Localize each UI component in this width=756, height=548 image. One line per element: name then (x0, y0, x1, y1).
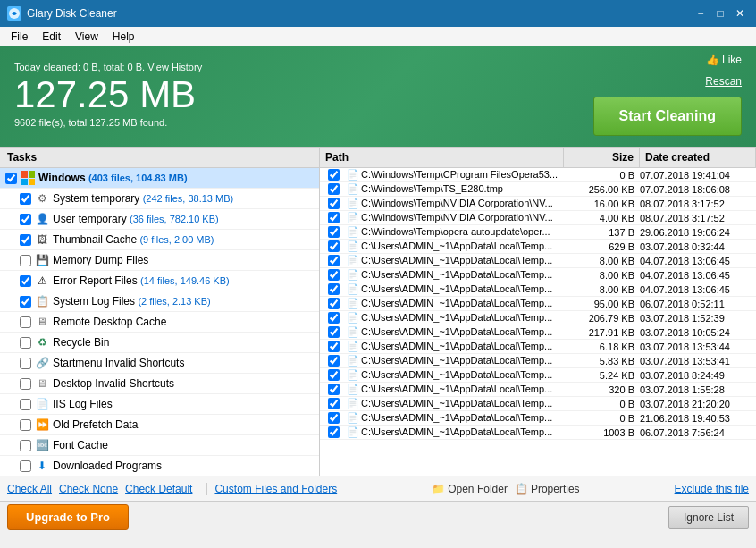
task-recycle-checkbox[interactable] (20, 337, 31, 349)
list-item[interactable]: ⏩ Old Prefetch Data (0, 415, 319, 435)
view-history-link[interactable]: View History (147, 62, 202, 72)
task-windows-checkbox[interactable] (5, 173, 17, 184)
task-thumbnail-checkbox[interactable] (20, 234, 31, 246)
close-button[interactable]: ✕ (731, 5, 749, 21)
list-item[interactable]: 🖥 Desktop Invalid Shortcuts (0, 374, 319, 394)
like-button[interactable]: 👍 Like (706, 54, 742, 66)
file-checkbox[interactable] (328, 398, 340, 409)
table-row[interactable]: 📄C:\Users\ADMIN_~1\AppData\Local\Temp...… (320, 368, 756, 383)
table-row[interactable]: 📄C:\Users\ADMIN_~1\AppData\Local\Temp...… (320, 254, 756, 268)
maximize-button[interactable]: □ (711, 5, 729, 21)
file-checkbox[interactable] (328, 169, 340, 181)
table-row[interactable]: 📄C:\Windows\Temp\NVIDIA Corporation\NV..… (320, 197, 756, 211)
file-checkbox[interactable] (328, 341, 340, 352)
task-syslog-checkbox[interactable] (20, 296, 31, 308)
table-row[interactable]: 📄C:\Windows\Temp\CProgram FilesOpera53..… (320, 168, 756, 182)
task-memdump-checkbox[interactable] (20, 255, 31, 266)
table-row[interactable]: 📄C:\Users\ADMIN_~1\AppData\Local\Temp...… (320, 411, 756, 426)
task-errorreport-checkbox[interactable] (20, 275, 31, 287)
list-item[interactable]: 💾 Memory Dump Files (0, 250, 319, 271)
exclude-file-link[interactable]: Exclude this file (675, 483, 749, 495)
table-row[interactable]: 📄C:\Windows\Temp\TS_E280.tmp 256.00 KB 0… (320, 182, 756, 197)
list-item[interactable]: 🔤 Font Cache (0, 435, 319, 456)
list-item[interactable]: 📋 System Log Files (2 files, 2.13 KB) (0, 291, 319, 312)
table-row[interactable]: 📄C:\Users\ADMIN_~1\AppData\Local\Temp...… (320, 354, 756, 368)
file-checkbox[interactable] (328, 369, 340, 381)
file-checkbox[interactable] (328, 212, 340, 223)
table-row[interactable]: 📄C:\Users\ADMIN_~1\AppData\Local\Temp...… (320, 397, 756, 411)
tasks-list: Windows (403 files, 104.83 MB) ⚙ System … (0, 168, 319, 476)
main-content: Tasks Windows (403 files, 104.83 MB) ⚙ S… (0, 147, 756, 476)
file-checkbox[interactable] (328, 255, 340, 266)
table-row[interactable]: 📄C:\Users\ADMIN_~1\AppData\Local\Temp...… (320, 426, 756, 440)
task-prefetch-checkbox[interactable] (20, 419, 31, 431)
check-all-link[interactable]: Check All (7, 483, 52, 495)
file-checkbox[interactable] (328, 412, 340, 424)
table-row[interactable]: 📄C:\Users\ADMIN_~1\AppData\Local\Temp...… (320, 240, 756, 254)
task-font-checkbox[interactable] (20, 440, 31, 451)
file-icon: 📄 (347, 369, 359, 380)
menu-edit[interactable]: Edit (35, 29, 68, 45)
prefetch-icon: ⏩ (36, 418, 49, 431)
file-checkbox[interactable] (328, 384, 340, 395)
list-item[interactable]: 🔗 Startmenu Invalid Shortcuts (0, 353, 319, 374)
list-item[interactable]: ⬇ Downloaded Programs (0, 456, 319, 476)
table-row[interactable]: 📄C:\Users\ADMIN_~1\AppData\Local\Temp...… (320, 325, 756, 340)
file-path: 📄C:\Windows\Temp\CProgram FilesOpera53..… (347, 169, 564, 181)
file-checkbox[interactable] (328, 326, 340, 338)
file-checkbox[interactable] (328, 426, 340, 438)
file-checkbox[interactable] (328, 240, 340, 252)
task-system-temp-checkbox[interactable] (20, 193, 31, 205)
file-size: 1003 B (564, 427, 640, 438)
file-icon: 📄 (347, 355, 359, 366)
custom-files-button[interactable]: Custom Files and Folders (206, 483, 337, 495)
menu-view[interactable]: View (68, 29, 105, 45)
task-desktop-checkbox[interactable] (20, 378, 31, 390)
table-row[interactable]: 📄C:\Windows\Temp\NVIDIA Corporation\NV..… (320, 211, 756, 225)
file-path: 📄C:\Windows\Temp\NVIDIA Corporation\NV..… (347, 198, 564, 209)
list-item[interactable]: ⚙ System temporary (242 files, 38.13 MB) (0, 189, 319, 209)
check-default-link[interactable]: Check Default (125, 483, 192, 495)
list-item[interactable]: ⚠ Error Report Files (14 files, 149.46 K… (0, 271, 319, 291)
open-folder-button[interactable]: 📁 Open Folder (432, 483, 508, 495)
file-checkbox[interactable] (328, 312, 340, 324)
file-checkbox[interactable] (328, 298, 340, 309)
task-downloaded-checkbox[interactable] (20, 460, 31, 472)
file-checkbox[interactable] (328, 283, 340, 295)
minimize-button[interactable]: − (692, 5, 710, 21)
task-startmenu-checkbox[interactable] (20, 358, 31, 369)
file-path: 📄C:\Windows\Temp\opera autoupdate\oper..… (347, 226, 564, 238)
task-iis-checkbox[interactable] (20, 399, 31, 410)
table-row[interactable]: 📄C:\Users\ADMIN_~1\AppData\Local\Temp...… (320, 297, 756, 311)
file-path: 📄C:\Users\ADMIN_~1\AppData\Local\Temp... (347, 283, 564, 295)
file-checkbox[interactable] (328, 226, 340, 238)
file-checkbox[interactable] (328, 269, 340, 281)
table-row[interactable]: 📄C:\Users\ADMIN_~1\AppData\Local\Temp...… (320, 282, 756, 297)
table-row[interactable]: 📄C:\Users\ADMIN_~1\AppData\Local\Temp...… (320, 340, 756, 354)
file-checkbox[interactable] (328, 198, 340, 209)
task-remote-checkbox[interactable] (20, 316, 31, 328)
properties-button[interactable]: 📋 Properties (515, 483, 580, 495)
table-row[interactable]: 📄C:\Windows\Temp\opera autoupdate\oper..… (320, 225, 756, 240)
menu-help[interactable]: Help (105, 29, 142, 45)
check-none-link[interactable]: Check None (59, 483, 118, 495)
file-checkbox[interactable] (328, 355, 340, 367)
file-checkbox[interactable] (328, 183, 340, 195)
task-user-temp-checkbox[interactable] (20, 214, 31, 225)
table-row[interactable]: 📄C:\Users\ADMIN_~1\AppData\Local\Temp...… (320, 311, 756, 325)
list-item[interactable]: 📄 IIS Log Files (0, 394, 319, 415)
file-path: 📄C:\Users\ADMIN_~1\AppData\Local\Temp... (347, 426, 564, 438)
file-size: 206.79 KB (564, 313, 640, 324)
table-row[interactable]: 📄C:\Users\ADMIN_~1\AppData\Local\Temp...… (320, 383, 756, 397)
list-item[interactable]: 👤 User temporary (36 files, 782.10 KB) (0, 209, 319, 230)
start-cleaning-button[interactable]: Start Cleaning (593, 97, 742, 136)
list-item[interactable]: ♻ Recycle Bin (0, 333, 319, 353)
ignore-list-button[interactable]: Ignore List (668, 506, 749, 529)
table-row[interactable]: 📄C:\Users\ADMIN_~1\AppData\Local\Temp...… (320, 268, 756, 282)
rescan-button[interactable]: Rescan (705, 75, 742, 88)
task-windows-group[interactable]: Windows (403 files, 104.83 MB) (0, 168, 319, 189)
upgrade-button[interactable]: Upgrade to Pro (7, 504, 129, 530)
list-item[interactable]: 🖼 Thumbnail Cache (9 files, 2.00 MB) (0, 230, 319, 250)
list-item[interactable]: 🖥 Remote Desktop Cache (0, 312, 319, 333)
menu-file[interactable]: File (4, 29, 35, 45)
